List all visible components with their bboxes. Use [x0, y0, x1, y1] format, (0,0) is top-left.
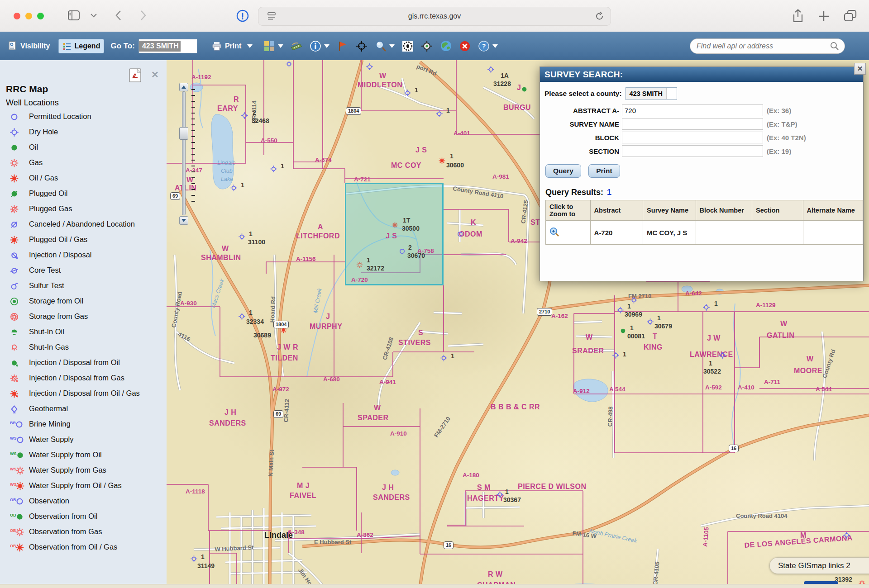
- field-input[interactable]: [622, 132, 763, 143]
- well-search-box[interactable]: [690, 38, 845, 54]
- well-marker-dry[interactable]: [286, 61, 292, 67]
- map-label: LITCHFORD: [296, 232, 340, 240]
- map-label: A-180: [463, 472, 479, 479]
- zoom-in-button[interactable]: [179, 83, 188, 91]
- back-icon[interactable]: [115, 10, 121, 21]
- basemap-button[interactable]: [263, 40, 275, 52]
- well-marker-dry[interactable]: [241, 112, 248, 119]
- map-label: Club: [221, 168, 233, 174]
- results-column-header: Click to Zoom to: [546, 200, 591, 221]
- search-icon[interactable]: [830, 42, 839, 51]
- field-input[interactable]: [622, 145, 763, 157]
- zoom-slider[interactable]: [179, 83, 188, 224]
- identify-caret-icon[interactable]: [324, 44, 329, 48]
- extent-button[interactable]: [402, 40, 414, 52]
- zoom-slider-handle[interactable]: [179, 127, 188, 140]
- query-button[interactable]: Query: [545, 164, 581, 178]
- zoom-out-button[interactable]: [179, 216, 188, 225]
- clear-button[interactable]: [459, 40, 471, 52]
- state-gismap-links-label: State GISmap links 2: [778, 561, 850, 570]
- legend-button[interactable]: Legend: [58, 39, 105, 53]
- field-input[interactable]: [622, 118, 763, 130]
- map-label: Lindale: [217, 160, 235, 166]
- print-button[interactable]: Print: [208, 39, 256, 53]
- well-marker-dry[interactable]: [191, 555, 197, 562]
- well-marker-gas_m[interactable]: [356, 261, 363, 268]
- well-marker-dry[interactable]: [647, 318, 654, 325]
- well-marker-oilgas_m[interactable]: [392, 222, 398, 228]
- well-marker-dry[interactable]: [703, 304, 710, 311]
- county-select[interactable]: 423 SMITH: [625, 87, 677, 100]
- well-marker-dry[interactable]: [436, 110, 443, 117]
- legend-item: Geotherm​al: [0, 403, 167, 418]
- help-caret-icon[interactable]: [492, 44, 498, 48]
- reload-icon[interactable]: [595, 11, 604, 21]
- sidebar-toggle-icon[interactable]: [68, 10, 80, 21]
- well-marker-dry[interactable]: [270, 166, 277, 172]
- well-marker-oil[interactable]: [620, 327, 626, 334]
- pdf-export-icon[interactable]: [129, 68, 141, 82]
- zoom-tool-button[interactable]: [375, 40, 387, 52]
- visibility-button[interactable]: Visibility: [5, 39, 54, 53]
- well-search-input[interactable]: [696, 42, 830, 51]
- new-tab-icon[interactable]: [818, 11, 829, 22]
- map-label: 30500: [402, 225, 420, 232]
- field-input[interactable]: [622, 104, 763, 116]
- well-marker-dry[interactable]: [612, 352, 619, 359]
- well-marker-oil[interactable]: [521, 86, 528, 93]
- measure-button[interactable]: [291, 40, 302, 52]
- zoom-tool-caret-icon[interactable]: [389, 44, 395, 48]
- extension-icon[interactable]: [236, 9, 249, 22]
- close-window-button[interactable]: [14, 13, 20, 19]
- chevron-down-icon[interactable]: [91, 14, 97, 18]
- panel-close-icon[interactable]: ✕: [151, 69, 159, 80]
- share-icon[interactable]: [792, 9, 804, 23]
- legend-item-label: Permitted Location: [29, 112, 91, 121]
- well-marker-perm[interactable]: [457, 231, 463, 237]
- world-button[interactable]: [440, 40, 452, 52]
- well-marker-dry[interactable]: [487, 66, 494, 73]
- map-label: A-162: [551, 313, 568, 319]
- stor_oil-legend-icon: [5, 297, 29, 306]
- zoom-window-button[interactable]: [37, 13, 44, 19]
- results-table: Click to Zoom toAbstractSurvey NameBlock…: [545, 200, 863, 245]
- well-marker-dry[interactable]: [630, 297, 637, 303]
- map-label: J: [517, 84, 521, 92]
- zoom-to-cell[interactable]: [546, 221, 591, 245]
- well-marker-dry[interactable]: [239, 313, 245, 320]
- well-marker-oilgas[interactable]: [439, 157, 445, 164]
- zoom-slider-track[interactable]: [182, 91, 186, 215]
- well-marker-dry[interactable]: [239, 233, 245, 240]
- basemap-caret-icon[interactable]: [278, 44, 283, 48]
- well-marker-dry[interactable]: [719, 352, 726, 359]
- well-marker-dry[interactable]: [230, 185, 237, 191]
- well-marker-dry[interactable]: [843, 532, 850, 539]
- crosshair-button[interactable]: [356, 40, 368, 52]
- well-marker-perm[interactable]: [399, 248, 406, 255]
- gas_arrow-legend-icon: [5, 374, 29, 383]
- county-dropdown-button[interactable]: [666, 88, 677, 99]
- help-button[interactable]: ?: [478, 40, 490, 52]
- goto-input[interactable]: 423 SMITH: [138, 39, 197, 53]
- print-query-button[interactable]: Print: [588, 164, 620, 178]
- address-bar[interactable]: gis.rrc.texas.gov: [258, 7, 611, 26]
- well-marker-dry[interactable]: [617, 307, 624, 313]
- well-marker-dry[interactable]: [497, 491, 503, 498]
- reader-icon[interactable]: [267, 11, 277, 21]
- identify-button[interactable]: [310, 40, 321, 52]
- minimize-window-button[interactable]: [25, 13, 32, 19]
- forward-icon[interactable]: [140, 10, 146, 21]
- well-marker-dry[interactable]: [440, 355, 447, 361]
- oil-legend-icon: WS: [5, 450, 29, 460]
- well-marker-dry[interactable]: [404, 90, 411, 96]
- map-label: A-711: [764, 379, 780, 385]
- flag-button[interactable]: [337, 40, 349, 52]
- o_blue-legend-icon: BR: [5, 420, 29, 429]
- tab-overview-icon[interactable]: [844, 9, 857, 22]
- well-marker-dry[interactable]: [366, 63, 373, 70]
- locate-button[interactable]: [421, 40, 433, 52]
- zoom-to-icon[interactable]: [549, 227, 559, 237]
- dialog-close-button[interactable]: ✕: [854, 63, 866, 75]
- state-gismap-links-button[interactable]: State GISmap links 2: [769, 557, 869, 574]
- bottom-scrollbar-strip[interactable]: [0, 584, 869, 588]
